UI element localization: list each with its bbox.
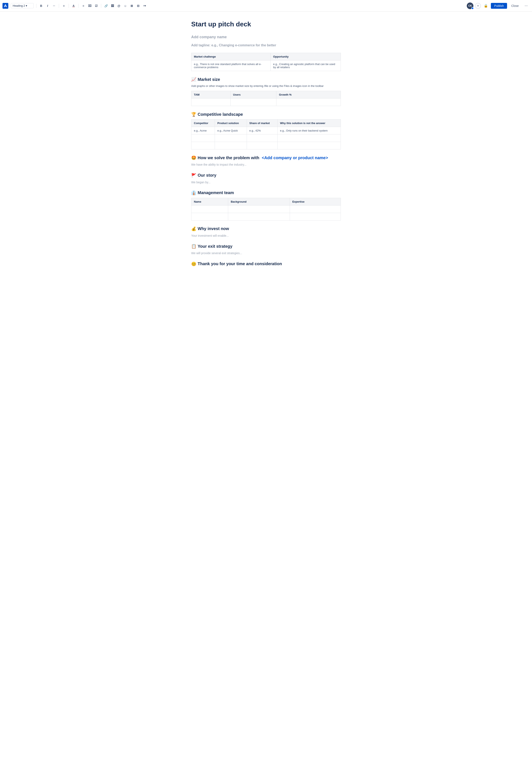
table-icon: ⊞ [131, 4, 133, 7]
more-options-button[interactable]: ··· [523, 2, 530, 9]
align-button[interactable]: ≡ [61, 3, 67, 9]
bold-button[interactable]: B [38, 3, 44, 9]
italic-button[interactable]: I [44, 3, 51, 9]
table-cell[interactable] [191, 142, 215, 149]
toolbar: Heading 2 ▾ B I ··· ≡ A ≡ ⌧ ☑ 🔗 🖼 [0, 0, 532, 12]
insert-more-button[interactable]: +▾ [142, 3, 148, 9]
tagline-placeholder[interactable]: Add tagline: e.g., Changing e-commerce f… [191, 43, 341, 48]
page-title[interactable]: Start up pitch deck [191, 20, 341, 28]
table-cell[interactable]: e.g., Acme Quick [215, 127, 247, 135]
competitive-title: Competitive landscape [198, 112, 243, 117]
table-cell[interactable] [228, 213, 290, 220]
heading-selector[interactable]: Heading 2 ▾ [11, 3, 34, 8]
heading-selector-label: Heading 2 [13, 4, 25, 7]
table-cell[interactable] [215, 135, 247, 142]
bullet-list-button[interactable]: ≡ [80, 3, 86, 9]
invest-title: Why invest now [198, 226, 229, 231]
table-cell[interactable] [191, 135, 215, 142]
table-header-tam: TAM [191, 91, 231, 99]
format-buttons: B I ··· [38, 3, 57, 9]
insert-more-icon: +▾ [143, 4, 146, 7]
link-icon: 🔗 [104, 4, 108, 7]
avatar-badge [471, 7, 474, 10]
story-emoji: 🚩 [191, 173, 196, 178]
competitive-landscape-heading: 🏆 Competitive landscape [191, 112, 341, 117]
exit-title: Your exit strategy [198, 244, 232, 249]
plus-icon: + [477, 4, 479, 8]
table-cell[interactable] [247, 142, 278, 149]
our-story-heading: 🚩 Our story [191, 173, 341, 178]
table-cell[interactable] [191, 213, 228, 220]
market-size-heading: 📈 Market size [191, 77, 341, 82]
bullet-list-icon: ≡ [82, 4, 84, 7]
table-header-growth: Growth % [277, 91, 341, 99]
task-list-icon: ☑ [95, 4, 98, 7]
task-list-button[interactable]: ☑ [93, 3, 99, 9]
svg-rect-0 [2, 3, 8, 9]
align-icon: ≡ [63, 4, 65, 7]
numbered-list-button[interactable]: ⌧ [86, 3, 93, 9]
table-cell[interactable] [290, 205, 341, 213]
publish-button[interactable]: Publish [491, 3, 507, 9]
table-header-product-solution: Product solution [215, 120, 247, 127]
content-area: Start up pitch deck Add company name Add… [187, 12, 345, 285]
table-cell[interactable] [277, 99, 341, 106]
table-cell[interactable] [247, 135, 278, 142]
company-name-placeholder[interactable]: Add company name [191, 34, 341, 40]
toolbar-right: CK + 🔒 Publish Close ··· [467, 2, 530, 9]
table-row: e.g., There is not one standard platform… [191, 60, 341, 71]
table-cell[interactable] [290, 213, 341, 220]
competitive-emoji: 🏆 [191, 112, 196, 117]
table-cell[interactable]: e.g., Creating an agnostic platform that… [271, 60, 341, 71]
link-button[interactable]: 🔗 [103, 3, 109, 9]
mention-button[interactable]: @ [116, 3, 122, 9]
insert-buttons: 🔗 🖼 @ ☺ ⊞ ⊟ +▾ [103, 3, 148, 9]
emoji-button[interactable]: ☺ [122, 3, 129, 9]
table-header-share-of-market: Share of market [247, 120, 278, 127]
table-cell[interactable] [191, 99, 231, 106]
text-color-icon: A [72, 4, 74, 7]
layout-icon: ⊟ [137, 4, 140, 7]
table-cell[interactable]: e.g., Only runs on their backend system [278, 127, 341, 135]
table-button[interactable]: ⊞ [129, 3, 135, 9]
market-challenge-table: Market challenge Opportunity e.g., There… [191, 53, 341, 71]
solve-heading: 🤩 How we solve the problem with <Add com… [191, 155, 341, 160]
market-size-table: TAM Users Growth % [191, 91, 341, 106]
layout-button[interactable]: ⊟ [135, 3, 141, 9]
close-button[interactable]: Close [509, 3, 521, 9]
avatar-initials: CK [469, 4, 472, 7]
image-icon: 🖼 [111, 4, 114, 7]
numbered-list-icon: ⌧ [88, 4, 92, 7]
exit-emoji: 📋 [191, 244, 196, 249]
table-header-users: Users [230, 91, 277, 99]
invest-heading: 💰 Why invest now [191, 226, 341, 231]
invest-emoji: 💰 [191, 226, 196, 231]
list-buttons: ≡ ⌧ ☑ [80, 3, 99, 9]
table-cell[interactable] [278, 142, 341, 149]
table-row [191, 142, 341, 149]
table-cell[interactable] [191, 205, 228, 213]
thanks-emoji: 😊 [191, 261, 196, 266]
table-header-why-not-answer: Why this solution is not the answer [278, 120, 341, 127]
market-size-title: Market size [198, 77, 220, 82]
table-cell[interactable] [215, 142, 247, 149]
solve-title-link[interactable]: <Add company or product name> [262, 156, 328, 160]
management-table: Name Background Expertise [191, 198, 341, 220]
table-cell[interactable] [228, 205, 290, 213]
management-title: Management team [198, 190, 234, 195]
table-row [191, 99, 341, 106]
add-collaborator-button[interactable]: + [475, 3, 481, 9]
competitive-table: Competitor Product solution Share of mar… [191, 119, 341, 149]
table-cell[interactable]: e.g., Acme [191, 127, 215, 135]
image-button[interactable]: 🖼 [109, 3, 116, 9]
table-cell[interactable]: e.g., 42% [247, 127, 278, 135]
table-row [191, 213, 341, 220]
more-format-button[interactable]: ··· [51, 3, 57, 9]
table-row [191, 205, 341, 213]
table-cell[interactable] [278, 135, 341, 142]
app-logo [2, 3, 8, 9]
table-cell[interactable] [230, 99, 277, 106]
color-button[interactable]: A [70, 3, 77, 9]
table-cell[interactable]: e.g., There is not one standard platform… [191, 60, 271, 71]
lock-button[interactable]: 🔒 [483, 2, 489, 9]
